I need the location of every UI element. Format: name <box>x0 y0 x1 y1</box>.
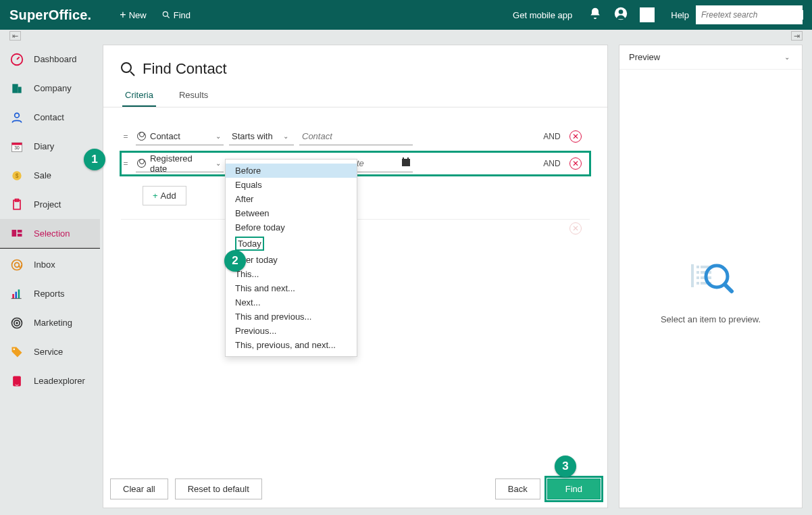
sidebar-item-inbox[interactable]: Inbox <box>0 250 100 279</box>
connector-label[interactable]: AND <box>540 159 564 168</box>
preview-empty-text: Select an item to preview. <box>661 314 761 324</box>
svg-rect-5 <box>643 14 652 16</box>
dropdown-option[interactable]: Previous... <box>226 324 357 338</box>
collapse-left-icon[interactable]: ⇤ <box>9 31 21 41</box>
dropdown-option[interactable]: Next... <box>226 295 357 310</box>
back-button[interactable]: Back <box>495 479 540 499</box>
svg-point-0 <box>163 11 168 16</box>
dropdown-option[interactable]: Before today <box>226 220 357 235</box>
sidebar-item-label: Selection <box>34 228 70 239</box>
gauge-icon <box>9 52 24 67</box>
tab-results[interactable]: Results <box>176 84 211 107</box>
preview-header[interactable]: Preview ⌄ <box>619 45 802 70</box>
sidebar-item-reports[interactable]: Reports <box>0 279 100 308</box>
tab-criteria[interactable]: Criteria <box>122 84 156 107</box>
delete-row-button[interactable]: ✕ <box>569 130 582 143</box>
list-icon[interactable] <box>640 7 655 22</box>
sidebar: Dashboard Company Contact 30 Diary $ Sal… <box>0 45 100 515</box>
chevron-down-icon: ⌄ <box>283 132 291 140</box>
sidebar-item-label: Marketing <box>34 318 72 328</box>
chevron-down-icon: ⌄ <box>784 53 792 61</box>
building-icon <box>9 81 24 96</box>
sidebar-item-label: Inbox <box>34 260 55 270</box>
operator-dropdown[interactable]: Starts with ⌄ <box>229 128 294 145</box>
svg-point-32 <box>16 322 18 324</box>
add-criteria-button[interactable]: +Add <box>143 186 186 205</box>
dropdown-option[interactable]: This, previous, and next... <box>226 338 357 352</box>
svg-rect-41 <box>696 282 699 285</box>
entity-dropdown[interactable]: Registered date ⌄ <box>136 155 224 172</box>
dropdown-option[interactable]: This and previous... <box>226 310 357 324</box>
svg-rect-39 <box>696 271 699 274</box>
help-link[interactable]: Help <box>671 10 689 20</box>
svg-rect-4 <box>643 11 652 12</box>
connector-label[interactable]: AND <box>540 132 564 141</box>
dropdown-option[interactable]: Between <box>226 206 357 220</box>
sidebar-item-marketing[interactable]: Marketing <box>0 308 100 337</box>
entity-dropdown[interactable]: Contact ⌄ <box>136 128 224 145</box>
svg-rect-21 <box>12 230 17 237</box>
sidebar-item-contact[interactable]: Contact <box>0 103 100 132</box>
criteria-row: = Contact ⌄ Starts with ⌄ AND ✕ <box>121 128 590 145</box>
delete-row-button[interactable]: ✕ <box>569 157 582 170</box>
freetext-search[interactable] <box>696 5 803 24</box>
annotation-2: 2 <box>224 250 246 272</box>
footer-actions: Clear all Reset to default Back Find <box>103 470 607 508</box>
sidebar-item-label: Sale <box>34 170 51 180</box>
top-actions: +New Find <box>120 9 191 21</box>
selection-icon <box>9 226 24 241</box>
svg-line-1 <box>167 16 169 18</box>
annotation-1: 1 <box>84 149 105 170</box>
delete-group-button[interactable]: ✕ <box>569 222 582 235</box>
find-top-button[interactable]: Find <box>161 10 191 20</box>
dropdown-option[interactable]: Equals <box>226 178 357 192</box>
svg-rect-23 <box>18 234 22 237</box>
sidebar-item-project[interactable]: Project <box>0 190 100 219</box>
page-header: Find Contact <box>103 45 607 84</box>
value-input[interactable] <box>299 128 413 145</box>
chevron-down-icon: ⌄ <box>215 160 224 167</box>
sidebar-item-label: Service <box>34 347 63 357</box>
sidebar-item-leadexplorer[interactable]: Leadexplorer <box>0 366 100 395</box>
dropdown-option[interactable]: This and next... <box>226 281 357 295</box>
reset-button[interactable]: Reset to default <box>175 479 262 499</box>
collapse-right-icon[interactable]: ⇥ <box>791 31 803 41</box>
coin-icon: $ <box>9 168 24 183</box>
svg-rect-34 <box>13 376 21 386</box>
page-title: Find Contact <box>143 60 227 78</box>
dropdown-option-today[interactable]: Today <box>226 235 357 253</box>
sidebar-item-label: Leadexplorer <box>34 376 85 386</box>
svg-line-36 <box>130 72 134 76</box>
clear-all-button[interactable]: Clear all <box>110 479 168 499</box>
sidebar-item-company[interactable]: Company <box>0 74 100 103</box>
tab-bar: Criteria Results <box>103 84 607 107</box>
svg-rect-22 <box>18 230 22 232</box>
svg-point-25 <box>15 262 20 267</box>
dropdown-option[interactable]: This... <box>226 267 357 281</box>
find-button[interactable]: Find <box>547 479 601 499</box>
brand-logo: SuperOffice. <box>9 7 91 23</box>
sidebar-item-label: Dashboard <box>34 54 77 64</box>
svg-point-33 <box>14 348 16 350</box>
freetext-search-input[interactable] <box>701 10 803 20</box>
preview-panel: Preview ⌄ Select an item to preview. <box>619 45 803 508</box>
svg-rect-12 <box>18 87 22 93</box>
get-mobile-link[interactable]: Get mobile app <box>513 10 572 20</box>
sidebar-item-label: Project <box>34 199 61 210</box>
new-button[interactable]: +New <box>120 9 146 21</box>
calendar-icon[interactable] <box>402 159 410 166</box>
sidebar-item-selection[interactable]: Selection <box>0 219 100 248</box>
criteria-area: = Contact ⌄ Starts with ⌄ AND ✕ = Regist… <box>103 107 607 470</box>
svg-rect-15 <box>12 143 22 145</box>
svg-line-47 <box>725 285 732 291</box>
svg-text:30: 30 <box>14 145 20 150</box>
svg-line-10 <box>17 57 20 59</box>
dropdown-option[interactable]: After <box>226 192 357 206</box>
sidebar-item-dashboard[interactable]: Dashboard <box>0 45 100 74</box>
bell-icon[interactable] <box>588 7 602 23</box>
sidebar-item-label: Reports <box>34 289 65 299</box>
user-icon[interactable] <box>614 7 628 23</box>
target-icon <box>9 316 24 330</box>
sidebar-item-service[interactable]: Service <box>0 337 100 366</box>
dropdown-option[interactable]: Before <box>226 164 357 178</box>
